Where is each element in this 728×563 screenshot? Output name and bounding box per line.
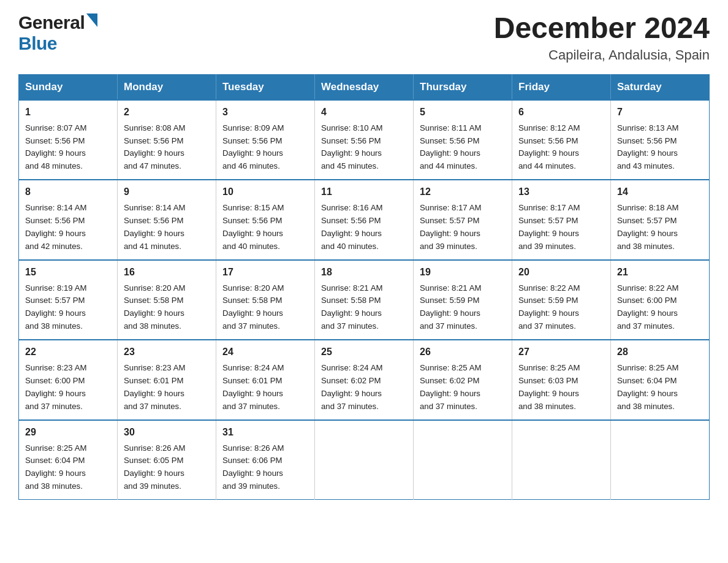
day-info: Sunrise: 8:17 AMSunset: 5:57 PMDaylight:… (420, 203, 481, 251)
day-info: Sunrise: 8:22 AMSunset: 5:59 PMDaylight:… (518, 283, 580, 331)
col-wednesday: Wednesday (315, 74, 414, 100)
logo: General Blue (18, 12, 97, 54)
day-info: Sunrise: 8:21 AMSunset: 5:58 PMDaylight:… (321, 283, 382, 331)
calendar-week-row: 29 Sunrise: 8:25 AMSunset: 6:04 PMDaylig… (19, 420, 710, 500)
day-number: 19 (420, 265, 506, 280)
calendar-day-cell: 29 Sunrise: 8:25 AMSunset: 6:04 PMDaylig… (19, 420, 118, 500)
day-info: Sunrise: 8:13 AMSunset: 5:56 PMDaylight:… (617, 123, 678, 171)
calendar-day-cell: 11 Sunrise: 8:16 AMSunset: 5:56 PMDaylig… (315, 180, 414, 259)
day-info: Sunrise: 8:22 AMSunset: 6:00 PMDaylight:… (617, 283, 678, 331)
day-info: Sunrise: 8:07 AMSunset: 5:56 PMDaylight:… (25, 123, 86, 171)
day-number: 13 (518, 185, 604, 200)
calendar-day-cell: 8 Sunrise: 8:14 AMSunset: 5:56 PMDayligh… (19, 180, 118, 259)
calendar-day-cell: 16 Sunrise: 8:20 AMSunset: 5:58 PMDaylig… (118, 260, 216, 340)
day-info: Sunrise: 8:14 AMSunset: 5:56 PMDaylight:… (25, 203, 86, 251)
day-info: Sunrise: 8:23 AMSunset: 6:01 PMDaylight:… (124, 363, 185, 411)
day-info: Sunrise: 8:16 AMSunset: 5:56 PMDaylight:… (321, 203, 382, 251)
day-info: Sunrise: 8:19 AMSunset: 5:57 PMDaylight:… (25, 283, 86, 331)
day-number: 17 (222, 265, 308, 280)
calendar-week-row: 15 Sunrise: 8:19 AMSunset: 5:57 PMDaylig… (19, 260, 710, 340)
calendar-day-cell: 17 Sunrise: 8:20 AMSunset: 5:58 PMDaylig… (216, 260, 315, 340)
day-number: 28 (617, 345, 703, 360)
logo-general-text: General (18, 12, 85, 33)
calendar-day-cell: 14 Sunrise: 8:18 AMSunset: 5:57 PMDaylig… (611, 180, 710, 259)
calendar-day-cell: 21 Sunrise: 8:22 AMSunset: 6:00 PMDaylig… (611, 260, 710, 340)
title-block: December 2024 Capileira, Andalusia, Spai… (494, 12, 710, 63)
calendar-table: Sunday Monday Tuesday Wednesday Thursday… (18, 74, 710, 500)
calendar-day-cell: 27 Sunrise: 8:25 AMSunset: 6:03 PMDaylig… (512, 340, 611, 419)
calendar-day-cell: 30 Sunrise: 8:26 AMSunset: 6:05 PMDaylig… (118, 420, 216, 500)
day-info: Sunrise: 8:25 AMSunset: 6:04 PMDaylight:… (25, 443, 86, 491)
day-info: Sunrise: 8:26 AMSunset: 6:05 PMDaylight:… (124, 443, 185, 491)
calendar-week-row: 8 Sunrise: 8:14 AMSunset: 5:56 PMDayligh… (19, 180, 710, 259)
day-number: 4 (321, 105, 407, 120)
day-number: 31 (222, 425, 308, 440)
day-info: Sunrise: 8:11 AMSunset: 5:56 PMDaylight:… (420, 123, 481, 171)
day-info: Sunrise: 8:21 AMSunset: 5:59 PMDaylight:… (420, 283, 481, 331)
day-number: 12 (420, 185, 506, 200)
page-title: December 2024 (494, 12, 710, 45)
calendar-day-cell: 9 Sunrise: 8:14 AMSunset: 5:56 PMDayligh… (118, 180, 216, 259)
calendar-day-cell: 22 Sunrise: 8:23 AMSunset: 6:00 PMDaylig… (19, 340, 118, 419)
day-number: 15 (25, 265, 111, 280)
calendar-day-cell: 15 Sunrise: 8:19 AMSunset: 5:57 PMDaylig… (19, 260, 118, 340)
calendar-day-cell: 18 Sunrise: 8:21 AMSunset: 5:58 PMDaylig… (315, 260, 414, 340)
page-subtitle: Capileira, Andalusia, Spain (494, 47, 710, 63)
calendar-day-cell: 20 Sunrise: 8:22 AMSunset: 5:59 PMDaylig… (512, 260, 611, 340)
day-number: 27 (518, 345, 604, 360)
calendar-day-cell: 24 Sunrise: 8:24 AMSunset: 6:01 PMDaylig… (216, 340, 315, 419)
day-info: Sunrise: 8:20 AMSunset: 5:58 PMDaylight:… (222, 283, 284, 331)
day-info: Sunrise: 8:26 AMSunset: 6:06 PMDaylight:… (222, 443, 284, 491)
day-number: 9 (124, 185, 210, 200)
calendar-day-cell: 1 Sunrise: 8:07 AMSunset: 5:56 PMDayligh… (19, 100, 118, 180)
day-info: Sunrise: 8:25 AMSunset: 6:04 PMDaylight:… (617, 363, 678, 411)
calendar-week-row: 22 Sunrise: 8:23 AMSunset: 6:00 PMDaylig… (19, 340, 710, 419)
day-number: 3 (222, 105, 308, 120)
col-friday: Friday (512, 74, 611, 100)
day-info: Sunrise: 8:20 AMSunset: 5:58 PMDaylight:… (124, 283, 185, 331)
day-number: 16 (124, 265, 210, 280)
day-number: 5 (420, 105, 506, 120)
calendar-day-cell (414, 420, 512, 500)
logo-blue-text: Blue (18, 33, 57, 54)
day-info: Sunrise: 8:24 AMSunset: 6:02 PMDaylight:… (321, 363, 382, 411)
col-thursday: Thursday (414, 74, 512, 100)
day-number: 22 (25, 345, 111, 360)
calendar-header-row: Sunday Monday Tuesday Wednesday Thursday… (19, 74, 710, 100)
col-sunday: Sunday (19, 74, 118, 100)
day-info: Sunrise: 8:14 AMSunset: 5:56 PMDaylight:… (124, 203, 185, 251)
day-number: 30 (124, 425, 210, 440)
day-info: Sunrise: 8:17 AMSunset: 5:57 PMDaylight:… (518, 203, 580, 251)
calendar-week-row: 1 Sunrise: 8:07 AMSunset: 5:56 PMDayligh… (19, 100, 710, 180)
day-number: 29 (25, 425, 111, 440)
day-number: 18 (321, 265, 407, 280)
day-number: 14 (617, 185, 703, 200)
day-info: Sunrise: 8:08 AMSunset: 5:56 PMDaylight:… (124, 123, 185, 171)
calendar-day-cell (512, 420, 611, 500)
page-header: General Blue December 2024 Capileira, An… (18, 12, 710, 63)
calendar-day-cell: 19 Sunrise: 8:21 AMSunset: 5:59 PMDaylig… (414, 260, 512, 340)
day-number: 21 (617, 265, 703, 280)
calendar-day-cell: 25 Sunrise: 8:24 AMSunset: 6:02 PMDaylig… (315, 340, 414, 419)
day-info: Sunrise: 8:09 AMSunset: 5:56 PMDaylight:… (222, 123, 284, 171)
calendar-day-cell (611, 420, 710, 500)
calendar-day-cell: 28 Sunrise: 8:25 AMSunset: 6:04 PMDaylig… (611, 340, 710, 419)
day-info: Sunrise: 8:23 AMSunset: 6:00 PMDaylight:… (25, 363, 86, 411)
day-info: Sunrise: 8:18 AMSunset: 5:57 PMDaylight:… (617, 203, 678, 251)
day-info: Sunrise: 8:25 AMSunset: 6:03 PMDaylight:… (518, 363, 580, 411)
day-info: Sunrise: 8:12 AMSunset: 5:56 PMDaylight:… (518, 123, 580, 171)
day-info: Sunrise: 8:24 AMSunset: 6:01 PMDaylight:… (222, 363, 284, 411)
calendar-day-cell: 13 Sunrise: 8:17 AMSunset: 5:57 PMDaylig… (512, 180, 611, 259)
calendar-day-cell: 6 Sunrise: 8:12 AMSunset: 5:56 PMDayligh… (512, 100, 611, 180)
svg-marker-0 (86, 13, 97, 27)
calendar-day-cell: 23 Sunrise: 8:23 AMSunset: 6:01 PMDaylig… (118, 340, 216, 419)
day-number: 24 (222, 345, 308, 360)
day-number: 1 (25, 105, 111, 120)
day-number: 8 (25, 185, 111, 200)
col-tuesday: Tuesday (216, 74, 315, 100)
day-number: 7 (617, 105, 703, 120)
calendar-day-cell: 3 Sunrise: 8:09 AMSunset: 5:56 PMDayligh… (216, 100, 315, 180)
day-info: Sunrise: 8:15 AMSunset: 5:56 PMDaylight:… (222, 203, 284, 251)
day-number: 10 (222, 185, 308, 200)
day-number: 6 (518, 105, 604, 120)
